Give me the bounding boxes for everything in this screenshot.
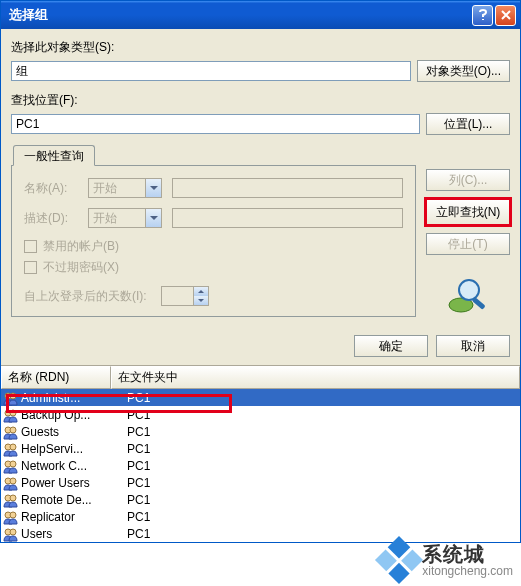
group-icon [3,509,19,525]
watermark-logo-icon [375,536,423,584]
disabled-accounts-label: 禁用的帐户(B) [43,238,119,255]
list-item[interactable]: Network C...PC1 [1,457,520,474]
cell-name: Administr... [21,391,127,405]
name-label: 名称(A): [24,180,78,197]
group-icon [3,526,19,542]
group-icon [3,390,19,406]
cell-name: Remote De... [21,493,127,507]
help-button[interactable] [472,5,493,26]
list-item[interactable]: GuestsPC1 [1,423,520,440]
group-icon [3,441,19,457]
svg-point-16 [10,495,16,501]
svg-point-6 [10,410,16,416]
locations-button[interactable]: 位置(L)... [426,113,510,135]
group-icon [3,407,19,423]
svg-point-12 [10,461,16,467]
group-icon [3,458,19,474]
dialog-body: 选择此对象类型(S): 对象类型(O)... 查找位置(F): 位置(L)...… [1,29,520,327]
watermark-title: 系统城 [422,543,513,565]
group-icon [3,475,19,491]
cell-name: HelpServi... [21,442,127,456]
desc-label: 描述(D): [24,210,78,227]
dialog-footer: 确定 取消 [1,327,520,365]
watermark: 系统城 xitongcheng.com [382,543,513,578]
chevron-down-icon [145,179,161,197]
object-types-button[interactable]: 对象类型(O)... [417,60,510,82]
cell-name: Network C... [21,459,127,473]
list-item[interactable]: HelpServi...PC1 [1,440,520,457]
cell-folder: PC1 [127,442,518,456]
cell-folder: PC1 [127,408,518,422]
object-type-label: 选择此对象类型(S): [11,39,510,56]
cell-folder: PC1 [127,459,518,473]
column-headers: 名称 (RDN) 在文件夹中 [1,366,520,389]
close-button[interactable] [495,5,516,26]
search-icon [447,275,489,317]
watermark-url: xitongcheng.com [422,565,513,578]
window-title: 选择组 [9,6,470,24]
svg-point-1 [459,280,479,300]
columns-button[interactable]: 列(C)... [426,169,510,191]
cell-folder: PC1 [127,527,518,541]
svg-point-20 [10,529,16,535]
results-list[interactable]: Administr...PC1Backup Op...PC1GuestsPC1H… [1,389,520,542]
col-folder-header[interactable]: 在文件夹中 [111,366,520,389]
days-since-label: 自上次登录后的天数(I): [24,288,147,305]
tab-general-query[interactable]: 一般性查询 [13,145,95,166]
cell-name: Backup Op... [21,408,127,422]
name-match-combo[interactable]: 开始 [88,178,162,198]
list-item[interactable]: ReplicatorPC1 [1,508,520,525]
svg-point-4 [10,393,16,399]
days-spinner[interactable] [161,286,209,306]
ok-button[interactable]: 确定 [354,335,428,357]
object-type-field[interactable] [11,61,411,81]
svg-point-14 [10,478,16,484]
results-pane: 名称 (RDN) 在文件夹中 Administr...PC1Backup Op.… [1,365,520,542]
cell-folder: PC1 [127,391,518,405]
disabled-accounts-checkbox[interactable] [24,240,37,253]
cell-name: Users [21,527,127,541]
list-item[interactable]: UsersPC1 [1,525,520,542]
col-name-header[interactable]: 名称 (RDN) [1,366,111,389]
cell-name: Power Users [21,476,127,490]
svg-rect-2 [472,297,486,310]
tab-strip: 一般性查询 [11,145,510,166]
location-label: 查找位置(F): [11,92,510,109]
svg-point-10 [10,444,16,450]
list-item[interactable]: Administr...PC1 [1,389,520,406]
stop-button[interactable]: 停止(T) [426,233,510,255]
svg-point-18 [10,512,16,518]
cancel-button[interactable]: 取消 [436,335,510,357]
query-panel: 名称(A): 开始 描述(D): 开始 [11,165,416,317]
cell-name: Replicator [21,510,127,524]
list-item[interactable]: Backup Op...PC1 [1,406,520,423]
location-field[interactable] [11,114,420,134]
desc-input[interactable] [172,208,403,228]
cell-folder: PC1 [127,425,518,439]
list-item[interactable]: Power UsersPC1 [1,474,520,491]
name-input[interactable] [172,178,403,198]
no-expire-checkbox[interactable] [24,261,37,274]
list-item[interactable]: Remote De...PC1 [1,491,520,508]
group-icon [3,424,19,440]
desc-match-combo[interactable]: 开始 [88,208,162,228]
svg-point-8 [10,427,16,433]
dialog-select-group: 选择组 选择此对象类型(S): 对象类型(O)... 查找位置(F): 位置(L… [0,0,521,543]
no-expire-label: 不过期密码(X) [43,259,119,276]
titlebar: 选择组 [1,1,520,29]
cell-folder: PC1 [127,476,518,490]
cell-name: Guests [21,425,127,439]
cell-folder: PC1 [127,493,518,507]
find-now-button[interactable]: 立即查找(N) [426,199,510,225]
group-icon [3,492,19,508]
chevron-down-icon [145,209,161,227]
cell-folder: PC1 [127,510,518,524]
